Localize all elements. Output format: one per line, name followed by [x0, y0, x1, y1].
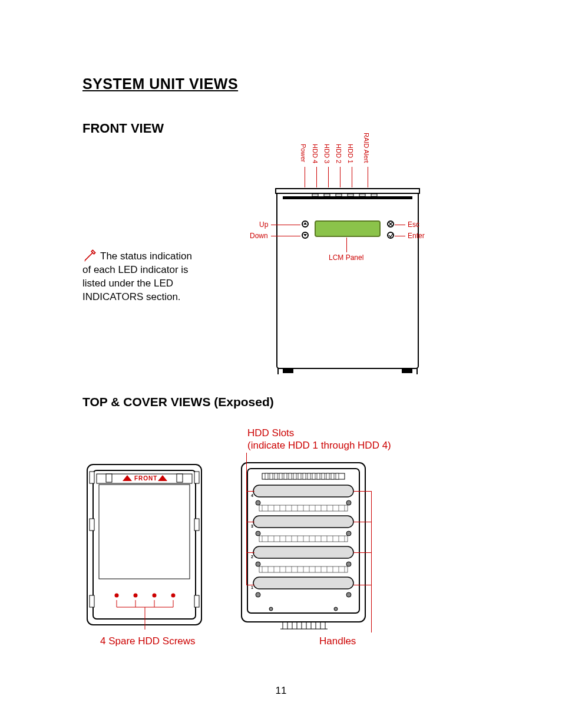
svg-rect-54 [317, 473, 320, 479]
exposed-view-svg: 4 3 2 1 [230, 457, 377, 634]
svg-rect-47 [284, 473, 287, 479]
label-down: Down [250, 232, 268, 240]
svg-text:4: 4 [251, 493, 253, 498]
label-hdd3: HDD 3 [323, 144, 330, 163]
label-hdd-slots-2: (indicate HDD 1 through HDD 4) [247, 440, 391, 452]
svg-rect-27 [90, 595, 94, 607]
svg-rect-9 [315, 221, 380, 236]
status-note: The status indication of each LED indica… [82, 248, 200, 304]
page: SYSTEM UNIT VIEWS FRONT VIEW The status … [0, 0, 562, 728]
label-raid-alert: RAID Alert [363, 133, 370, 163]
svg-point-67 [256, 562, 260, 566]
label-front-tag: FRONT [134, 475, 157, 482]
top-cover-area: HDD Slots (indicate HDD 1 through HDD 4) [82, 424, 483, 660]
label-handles: Handles [319, 635, 356, 647]
svg-point-65 [256, 531, 260, 536]
svg-rect-6 [348, 194, 353, 196]
svg-point-31 [134, 594, 138, 598]
svg-rect-22 [177, 474, 183, 482]
label-enter: Enter [408, 232, 425, 240]
svg-rect-55 [322, 473, 325, 479]
svg-point-68 [346, 562, 351, 566]
svg-point-32 [153, 594, 157, 598]
svg-rect-49 [293, 473, 296, 479]
svg-rect-52 [308, 473, 310, 479]
svg-rect-44 [270, 473, 273, 479]
svg-rect-5 [336, 194, 342, 196]
svg-rect-0 [277, 192, 418, 368]
page-number: 11 [0, 685, 562, 697]
label-esc: Esc [408, 220, 419, 229]
svg-point-33 [171, 594, 176, 598]
svg-rect-2 [283, 196, 412, 199]
label-hdd-slots-1: HDD Slots [247, 427, 294, 439]
svg-rect-61 [253, 546, 353, 558]
front-view-diagram: Power HDD 4 HDD 3 HDD 2 HDD 1 RAID Alert… [224, 133, 471, 380]
svg-rect-51 [303, 473, 306, 479]
svg-text:3: 3 [251, 524, 253, 528]
svg-rect-60 [253, 516, 353, 528]
page-title: SYSTEM UNIT VIEWS [82, 75, 238, 93]
svg-rect-57 [331, 473, 334, 479]
svg-rect-50 [298, 473, 301, 479]
svg-rect-25 [90, 519, 94, 531]
svg-rect-53 [312, 473, 315, 479]
svg-rect-48 [289, 473, 292, 479]
svg-rect-28 [194, 595, 199, 607]
label-up: Up [259, 220, 268, 229]
svg-rect-58 [336, 473, 339, 479]
svg-point-66 [346, 531, 351, 536]
svg-text:1: 1 [251, 585, 253, 589]
svg-rect-14 [283, 368, 293, 373]
svg-rect-23 [90, 472, 94, 483]
cover-view-svg [82, 460, 206, 631]
svg-rect-15 [402, 368, 412, 373]
label-power: Power [300, 144, 307, 162]
svg-rect-26 [194, 519, 199, 531]
svg-point-70 [346, 592, 351, 597]
svg-rect-21 [106, 474, 112, 482]
svg-rect-7 [359, 194, 365, 196]
svg-point-30 [115, 594, 119, 598]
svg-point-64 [346, 500, 351, 505]
svg-rect-56 [326, 473, 329, 479]
label-hdd2: HDD 2 [335, 144, 342, 163]
svg-text:2: 2 [251, 555, 253, 559]
svg-rect-46 [279, 473, 282, 479]
label-hdd1: HDD 1 [347, 144, 354, 163]
label-hdd4: HDD 4 [312, 144, 319, 163]
svg-rect-4 [324, 194, 330, 196]
svg-rect-8 [371, 194, 377, 196]
svg-point-134 [269, 607, 273, 611]
note-text: The status indication of each LED indica… [82, 251, 192, 302]
label-lcm-panel: LCM Panel [329, 253, 363, 262]
svg-rect-43 [265, 473, 268, 479]
svg-point-63 [256, 500, 260, 505]
svg-point-69 [256, 592, 260, 597]
svg-rect-59 [253, 485, 353, 497]
label-screws: 4 Spare HDD Screws [100, 635, 196, 647]
note-icon [82, 248, 98, 263]
section-top-cover: TOP & COVER VIEWS (Exposed) [82, 395, 274, 409]
svg-point-135 [334, 607, 338, 611]
svg-rect-62 [253, 577, 353, 589]
svg-rect-29 [99, 485, 190, 579]
svg-rect-1 [276, 189, 419, 193]
section-front-view: FRONT VIEW [82, 121, 164, 136]
svg-rect-45 [275, 473, 277, 479]
svg-rect-24 [194, 472, 199, 483]
svg-rect-3 [312, 194, 318, 196]
